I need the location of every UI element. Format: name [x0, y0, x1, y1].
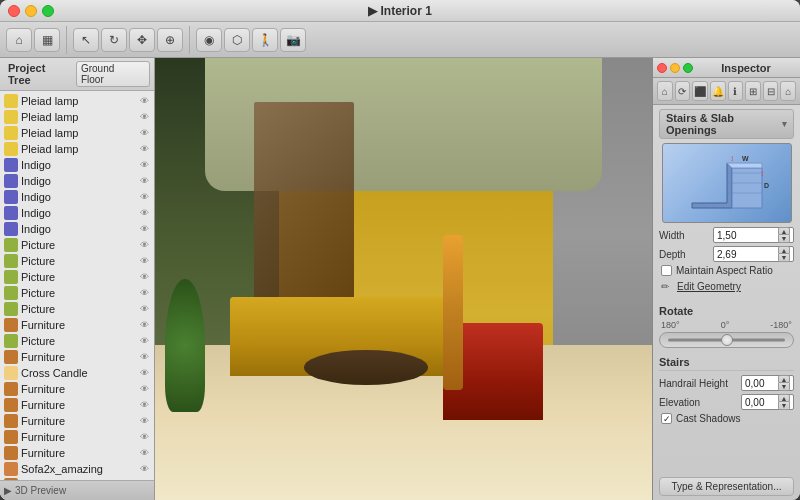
toolbar-camera-btn[interactable]: 📷	[280, 28, 306, 52]
tree-item[interactable]: Indigo👁	[0, 205, 154, 221]
toolbar-grid-btn[interactable]: ▦	[34, 28, 60, 52]
minimize-button[interactable]	[25, 5, 37, 17]
toolbar-nav-btn[interactable]: 🚶	[252, 28, 278, 52]
tree-item[interactable]: Furniture👁	[0, 349, 154, 365]
toolbar-rotate-btn[interactable]: ↻	[101, 28, 127, 52]
insp-tb-btn-5[interactable]: ℹ	[728, 81, 744, 101]
tree-item[interactable]: Picture👁	[0, 253, 154, 269]
width-input[interactable]: 1,50 ▲ ▼	[713, 227, 794, 243]
visibility-icon[interactable]: 👁	[140, 160, 150, 170]
maximize-button[interactable]	[42, 5, 54, 17]
visibility-icon[interactable]: 👁	[140, 304, 150, 314]
toolbar-select-btn[interactable]: ↖	[73, 28, 99, 52]
close-button[interactable]	[8, 5, 20, 17]
tree-item[interactable]: Furniture👁	[0, 445, 154, 461]
insp-tb-btn-2[interactable]: ⟳	[675, 81, 691, 101]
visibility-icon[interactable]: 👁	[140, 240, 150, 250]
visibility-icon[interactable]: 👁	[140, 192, 150, 202]
cast-shadows-checkbox[interactable]: ✓	[661, 413, 672, 424]
type-representation-button[interactable]: Type & Representation...	[659, 477, 794, 496]
tree-item[interactable]: Indigo👁	[0, 157, 154, 173]
toolbar-home-btn[interactable]: ⌂	[6, 28, 32, 52]
aspect-ratio-checkbox[interactable]	[661, 265, 672, 276]
visibility-icon[interactable]: 👁	[140, 96, 150, 106]
visibility-icon[interactable]: 👁	[140, 272, 150, 282]
visibility-icon[interactable]: 👁	[140, 336, 150, 346]
width-row: Width 1,50 ▲ ▼	[659, 227, 794, 243]
tree-item[interactable]: Pleiad lamp👁	[0, 109, 154, 125]
stairs-section-header[interactable]: Stairs & Slab Openings ▾	[659, 109, 794, 139]
visibility-icon[interactable]: 👁	[140, 352, 150, 362]
depth-down[interactable]: ▼	[778, 254, 790, 262]
tree-item[interactable]: Picture👁	[0, 285, 154, 301]
tree-item[interactable]: Furniture👁	[0, 317, 154, 333]
tree-item[interactable]: Cross Candle👁	[0, 365, 154, 381]
insp-tb-btn-8[interactable]: ⌂	[780, 81, 796, 101]
handrail-down[interactable]: ▼	[778, 383, 790, 391]
tree-item[interactable]: Picture👁	[0, 333, 154, 349]
3d-viewport[interactable]	[155, 58, 652, 500]
visibility-icon[interactable]: 👁	[140, 256, 150, 266]
project-tree[interactable]: Pleiad lamp👁Pleiad lamp👁Pleiad lamp👁Plei…	[0, 91, 154, 480]
visibility-icon[interactable]: 👁	[140, 432, 150, 442]
panel-tab-label[interactable]: Project Tree	[4, 61, 72, 87]
rotate-slider[interactable]	[659, 332, 794, 348]
visibility-icon[interactable]: 👁	[140, 112, 150, 122]
tree-item[interactable]: Picture👁	[0, 301, 154, 317]
visibility-icon[interactable]: 👁	[140, 448, 150, 458]
insp-tb-btn-4[interactable]: 🔔	[710, 81, 726, 101]
handrail-input[interactable]: 0,00 ▲ ▼	[741, 375, 794, 391]
tree-item[interactable]: Furniture👁	[0, 429, 154, 445]
visibility-icon[interactable]: 👁	[140, 208, 150, 218]
insp-tb-btn-7[interactable]: ⊟	[763, 81, 779, 101]
indigo-icon	[4, 190, 18, 204]
insp-tb-btn-6[interactable]: ⊞	[745, 81, 761, 101]
visibility-icon[interactable]: 👁	[140, 400, 150, 410]
tree-item[interactable]: Picture👁	[0, 237, 154, 253]
panel-dropdown[interactable]: Ground Floor	[76, 61, 150, 87]
edit-geometry-link[interactable]: Edit Geometry	[673, 279, 745, 294]
visibility-icon[interactable]: 👁	[140, 224, 150, 234]
insp-tb-btn-3[interactable]: ⬛	[692, 81, 708, 101]
visibility-icon[interactable]: 👁	[140, 144, 150, 154]
toolbar-move-btn[interactable]: ✥	[129, 28, 155, 52]
tree-item[interactable]: Indigo👁	[0, 189, 154, 205]
visibility-icon[interactable]: 👁	[140, 176, 150, 186]
visibility-icon[interactable]: 👁	[140, 384, 150, 394]
tree-item[interactable]: Pleiad lamp👁	[0, 125, 154, 141]
insp-tb-btn-1[interactable]: ⌂	[657, 81, 673, 101]
insp-min[interactable]	[670, 63, 680, 73]
tree-item[interactable]: Furniture👁	[0, 397, 154, 413]
width-up[interactable]: ▲	[778, 227, 790, 235]
tree-item[interactable]: Picture👁	[0, 269, 154, 285]
tree-item[interactable]: Indigo👁	[0, 173, 154, 189]
tree-item[interactable]: Furniture👁	[0, 381, 154, 397]
tree-item[interactable]: Sofa2x_amazing👁	[0, 461, 154, 477]
visibility-icon[interactable]: 👁	[140, 416, 150, 426]
width-stepper: ▲ ▼	[778, 227, 790, 243]
visibility-icon[interactable]: 👁	[140, 288, 150, 298]
visibility-icon[interactable]: 👁	[140, 368, 150, 378]
depth-input[interactable]: 2,69 ▲ ▼	[713, 246, 794, 262]
tree-item[interactable]: Furniture👁	[0, 413, 154, 429]
visibility-icon[interactable]: 👁	[140, 320, 150, 330]
visibility-icon[interactable]: 👁	[140, 464, 150, 474]
toolbar-circle-btn[interactable]: ◉	[196, 28, 222, 52]
insp-max[interactable]	[683, 63, 693, 73]
insp-close[interactable]	[657, 63, 667, 73]
elevation-down[interactable]: ▼	[778, 402, 790, 410]
rotate-thumb[interactable]	[721, 334, 733, 346]
visibility-icon[interactable]: 👁	[140, 128, 150, 138]
panel-footer[interactable]: ▶ 3D Preview	[0, 480, 154, 500]
tree-item[interactable]: Pleiad lamp👁	[0, 141, 154, 157]
toolbar-zoom-btn[interactable]: ⊕	[157, 28, 183, 52]
width-down[interactable]: ▼	[778, 235, 790, 243]
elevation-up[interactable]: ▲	[778, 394, 790, 402]
tree-item[interactable]: Indigo👁	[0, 221, 154, 237]
handrail-up[interactable]: ▲	[778, 375, 790, 383]
tree-item[interactable]: Pleiad lamp👁	[0, 93, 154, 109]
elevation-input[interactable]: 0,00 ▲ ▼	[741, 394, 794, 410]
depth-up[interactable]: ▲	[778, 246, 790, 254]
svg-marker-2	[727, 163, 762, 168]
toolbar-3d-btn[interactable]: ⬡	[224, 28, 250, 52]
